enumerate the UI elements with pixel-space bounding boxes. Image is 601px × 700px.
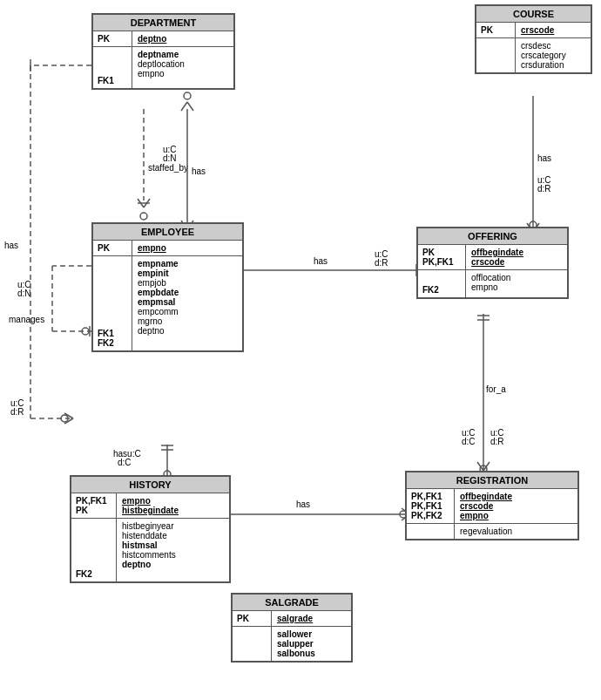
svg-line-2 [144, 199, 150, 207]
svg-point-28 [61, 415, 68, 422]
dept-attr-empno: empno [138, 69, 185, 78]
label-hist-reg-has: has [296, 500, 310, 509]
entity-department-title: DEPARTMENT [93, 15, 233, 31]
entity-offering: OFFERING PK PK,FK1 offbegindate crscode … [416, 227, 569, 299]
hist-attr-histcomments: histcomments [122, 550, 176, 560]
reg-pk3-label: PK,FK2 [411, 511, 449, 520]
off-fk2-label: FK2 [422, 285, 461, 295]
entity-salgrade: SALGRADE PK salgrade sallower salupper s… [231, 593, 353, 663]
svg-line-7 [187, 102, 193, 111]
svg-text:u:C: u:C [163, 145, 177, 154]
svg-text:d:C: d:C [462, 437, 476, 446]
emp-fk2-label: FK2 [98, 338, 127, 348]
diagram-container: staffed_by has u:C d:N u:C d:N manages [0, 0, 601, 700]
emp-attr-deptno: deptno [138, 326, 179, 336]
svg-text:d:R: d:R [537, 184, 551, 194]
course-attr-crscategory: crscategory [521, 51, 566, 60]
emp-attr-empbdate: empbdate [138, 288, 179, 297]
hist-pk2-attr: histbegindate [122, 506, 179, 515]
emp-pk-label: PK [98, 243, 127, 253]
svg-text:d:C: d:C [118, 458, 132, 467]
emp-pk-attr: empno [138, 243, 166, 253]
svg-text:u:C: u:C [375, 249, 388, 259]
hist-attr-deptno: deptno [122, 560, 176, 569]
svg-line-50 [483, 462, 490, 471]
entity-employee-title: EMPLOYEE [93, 224, 242, 241]
svg-text:d:N: d:N [163, 153, 177, 163]
sal-attr-sallower: sallower [277, 629, 315, 639]
entity-department: DEPARTMENT PK deptno FK1 deptname deptlo… [91, 13, 235, 90]
sal-pk-label: PK [237, 614, 267, 623]
entity-history: HISTORY PK,FK1 PK empno histbegindate FK… [70, 475, 231, 583]
emp-attr-empname: empname [138, 259, 179, 268]
hist-attr-histbeginyear: histbeginyear [122, 521, 176, 531]
reg-attr-regevaluation: regevaluation [460, 527, 512, 536]
reg-pk2-label: PK,FK1 [411, 501, 449, 511]
entity-salgrade-title: SALGRADE [233, 595, 351, 611]
svg-text:d:R: d:R [375, 258, 388, 268]
label-emp-off-has: has [314, 256, 328, 266]
svg-text:d:R: d:R [10, 407, 24, 417]
off-pk1-label: PK [422, 248, 461, 257]
emp-attr-empinit: empinit [138, 268, 179, 278]
dept-attr-deptlocation: deptlocation [138, 59, 185, 69]
svg-line-49 [477, 462, 483, 471]
emp-fk1-label: FK1 [98, 329, 127, 338]
hist-pk2-label: PK [76, 506, 111, 515]
entity-history-title: HISTORY [71, 477, 229, 493]
hist-pk1-label: PK,FK1 [76, 496, 111, 506]
entity-registration: REGISTRATION PK,FK1 PK,FK1 PK,FK2 offbeg… [405, 471, 579, 540]
label-for-a: for_a [486, 384, 506, 394]
svg-text:d:R: d:R [490, 437, 504, 446]
entity-employee: EMPLOYEE PK empno FK1 FK2 empname empini… [91, 222, 244, 352]
svg-point-8 [184, 92, 191, 99]
svg-point-19 [82, 328, 89, 335]
svg-text:u:C: u:C [537, 175, 551, 185]
hist-attr-histmsal: histmsal [122, 540, 176, 550]
sal-pk-attr: salgrade [277, 614, 313, 623]
off-pk1-attr: offbegindate [471, 248, 523, 257]
emp-attr-empcomm: empcomm [138, 307, 179, 316]
off-attr-empno: empno [471, 282, 510, 292]
entity-offering-title: OFFERING [418, 228, 567, 245]
emp-attr-empmsal: empmsal [138, 297, 179, 307]
course-attr-crsdesc: crsdesc [521, 41, 566, 51]
label-staffed-by: staffed_by [148, 163, 188, 173]
svg-line-6 [181, 102, 187, 111]
course-attr-crsduration: crsduration [521, 60, 566, 70]
course-pk-attr: crscode [521, 25, 554, 35]
reg-pk2-attr: crscode [460, 501, 512, 511]
svg-line-1 [138, 199, 144, 207]
svg-text:u:C: u:C [490, 428, 504, 438]
svg-text:hasu:C: hasu:C [113, 449, 141, 459]
dept-attr-deptname: deptname [138, 50, 185, 59]
svg-text:u:C: u:C [462, 428, 476, 438]
off-pk2-label: PK,FK1 [422, 257, 461, 267]
svg-text:d:N: d:N [17, 289, 31, 298]
label-manages: manages [9, 315, 44, 324]
entity-registration-title: REGISTRATION [407, 472, 577, 489]
emp-attr-empjob: empjob [138, 278, 179, 288]
sal-attr-salupper: salupper [277, 639, 315, 649]
emp-attr-mgrno: mgrno [138, 316, 179, 326]
entity-course-title: COURSE [476, 6, 591, 23]
course-pk-label: PK [481, 25, 510, 35]
hist-fk2-label: FK2 [76, 569, 111, 579]
reg-pk1-attr: offbegindate [460, 492, 512, 501]
hist-pk1-attr: empno [122, 496, 179, 506]
reg-pk3-attr: empno [460, 511, 512, 520]
label-dept-emp-has: has [192, 167, 206, 176]
off-pk2-attr: crscode [471, 257, 523, 267]
label-has-left: has [4, 241, 18, 250]
label-course-off-has: has [537, 153, 551, 163]
svg-point-4 [140, 213, 147, 220]
svg-line-30 [64, 418, 73, 424]
reg-pk1-label: PK,FK1 [411, 492, 449, 501]
dept-pk-attr: deptno [138, 34, 166, 44]
off-attr-offlocation: offlocation [471, 273, 510, 282]
dept-fk1-label: FK1 [98, 76, 127, 85]
svg-text:u:C: u:C [10, 398, 24, 408]
entity-course: COURSE PK crscode crsdesc crscategory cr… [475, 4, 592, 74]
svg-text:u:C: u:C [17, 280, 31, 289]
svg-line-29 [64, 413, 73, 418]
